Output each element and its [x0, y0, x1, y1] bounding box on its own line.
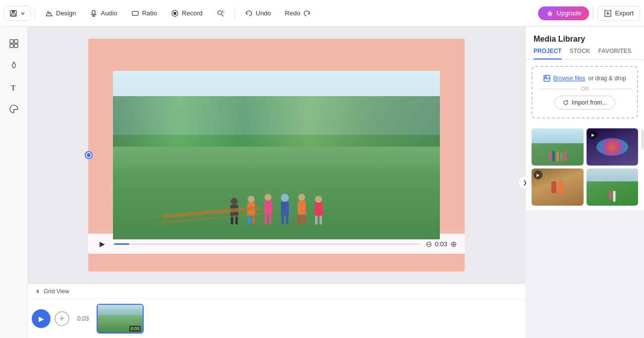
- export-icon: [604, 9, 612, 17]
- search-button[interactable]: [211, 6, 230, 20]
- video-time-display: 0:03: [435, 240, 447, 248]
- zoom-out-button[interactable]: ⊖: [426, 239, 432, 249]
- panel-collapse-button[interactable]: ❯: [518, 176, 531, 189]
- effects-tool[interactable]: [5, 56, 23, 74]
- svg-point-8: [173, 12, 176, 15]
- timeline: Grid View ▶ + 0:03: [28, 283, 525, 338]
- toolbar-divider-3: [593, 6, 593, 20]
- import-icon: [563, 100, 569, 106]
- svg-rect-11: [10, 40, 13, 43]
- design-button[interactable]: Design: [39, 6, 82, 20]
- zoom-in-button[interactable]: ⊕: [450, 239, 457, 249]
- upload-area[interactable]: Browse files or drag & drop OR Import fr…: [532, 66, 638, 118]
- media-item-2[interactable]: ▶: [587, 128, 639, 166]
- video-progress-bar[interactable]: [114, 243, 420, 245]
- media-grid: ▶ ▶ ▶: [526, 124, 644, 210]
- audio-label: Audio: [101, 9, 117, 17]
- toolbar: Design Audio Ratio Record: [0, 0, 644, 27]
- redo-icon: [303, 9, 311, 17]
- undo-icon: [245, 9, 253, 17]
- text-icon: T: [9, 82, 19, 92]
- grid-view-toggle[interactable]: Grid View: [34, 287, 71, 296]
- svg-point-9: [218, 10, 222, 14]
- media-item-1[interactable]: [532, 128, 584, 166]
- ratio-icon: [131, 9, 139, 17]
- audio-icon: [90, 9, 98, 17]
- save-dropdown-icon: [20, 11, 25, 16]
- save-button[interactable]: [4, 6, 31, 21]
- redo-label: Redo: [285, 9, 300, 17]
- timeline-play-button[interactable]: ▶: [32, 309, 51, 328]
- upgrade-icon: [546, 9, 554, 17]
- svg-rect-13: [10, 44, 13, 48]
- design-label: Design: [56, 9, 76, 17]
- layout-icon: [9, 39, 19, 49]
- svg-rect-12: [14, 40, 18, 43]
- undo-button[interactable]: Undo: [239, 6, 277, 20]
- import-button[interactable]: Import from...: [554, 96, 615, 110]
- record-icon: [171, 9, 179, 17]
- tab-project[interactable]: PROJECT: [534, 48, 562, 59]
- svg-rect-1: [12, 10, 15, 13]
- or-divider: OR: [538, 86, 631, 92]
- right-panel-wrapper: ❯ Media Library PROJECT STOCK FAVORITES …: [525, 27, 644, 338]
- drag-drop-text: or drag & drop: [588, 75, 626, 82]
- record-button[interactable]: Record: [165, 6, 209, 20]
- clip-thumbnail[interactable]: 0:03: [97, 304, 144, 334]
- timeline-content: ▶ + 0:03 0:03: [28, 299, 525, 338]
- audio-button[interactable]: Audio: [84, 6, 123, 20]
- ratio-label: Ratio: [142, 9, 157, 17]
- text-tool[interactable]: T: [5, 78, 23, 96]
- upgrade-label: Upgrade: [557, 9, 582, 17]
- layout-tool[interactable]: [5, 35, 23, 53]
- canvas-frame: [88, 39, 465, 272]
- svg-text:T: T: [11, 84, 16, 92]
- timeline-header: Grid View: [28, 284, 525, 299]
- panel-tabs: PROJECT STOCK FAVORITES: [526, 44, 644, 60]
- search-icon: [216, 9, 224, 17]
- tab-stock[interactable]: STOCK: [570, 48, 590, 59]
- media-library-panel: Media Library PROJECT STOCK FAVORITES Br…: [525, 27, 644, 210]
- upgrade-button[interactable]: Upgrade: [538, 6, 590, 20]
- toolbar-divider-2: [234, 6, 235, 20]
- video-play-button[interactable]: ▶: [96, 238, 108, 250]
- ratio-button[interactable]: Ratio: [125, 6, 163, 20]
- export-label: Export: [615, 9, 634, 17]
- svg-line-10: [221, 14, 223, 16]
- sticker-icon: [9, 104, 19, 114]
- add-clip-button[interactable]: +: [54, 311, 69, 326]
- clip-duration-badge: 0:03: [129, 326, 141, 332]
- grid-view-label: Grid View: [44, 288, 69, 295]
- export-button[interactable]: Export: [597, 6, 640, 21]
- svg-rect-2: [11, 14, 15, 16]
- record-label: Record: [182, 9, 203, 17]
- panel-scrollbar[interactable]: [641, 126, 644, 338]
- main-area: T: [0, 27, 644, 338]
- progress-dot: [86, 152, 92, 158]
- tab-favorites[interactable]: FAVORITES: [598, 48, 631, 59]
- save-icon: [9, 9, 17, 17]
- import-label: Import from...: [572, 99, 607, 106]
- media-play-overlay-2: ▶: [589, 130, 597, 139]
- canvas-area: ▶ ⊖ 0:03 ⊕: [28, 27, 525, 338]
- svg-rect-3: [92, 10, 95, 14]
- effects-icon: [9, 60, 19, 70]
- design-icon: [45, 9, 53, 17]
- media-item-4[interactable]: ▶: [587, 169, 639, 206]
- undo-label: Undo: [256, 9, 271, 17]
- media-item-3[interactable]: ▶: [532, 169, 584, 206]
- svg-rect-14: [14, 44, 18, 48]
- grid-view-icon: [36, 288, 42, 294]
- image-upload-icon: [543, 75, 550, 82]
- canvas-viewport: ▶ ⊖ 0:03 ⊕: [28, 27, 525, 283]
- upload-row: Browse files or drag & drop: [543, 75, 626, 82]
- browse-files-link[interactable]: Browse files: [553, 75, 586, 82]
- or-text: OR: [581, 86, 589, 92]
- panel-title: Media Library: [526, 27, 644, 44]
- canvas-video[interactable]: [113, 71, 440, 239]
- redo-button[interactable]: Redo: [279, 6, 317, 20]
- zoom-controls: ⊖ 0:03 ⊕: [426, 239, 457, 249]
- left-sidebar: T: [0, 27, 28, 338]
- sticker-tool[interactable]: [5, 100, 23, 118]
- timeline-time: 0:03: [73, 314, 93, 323]
